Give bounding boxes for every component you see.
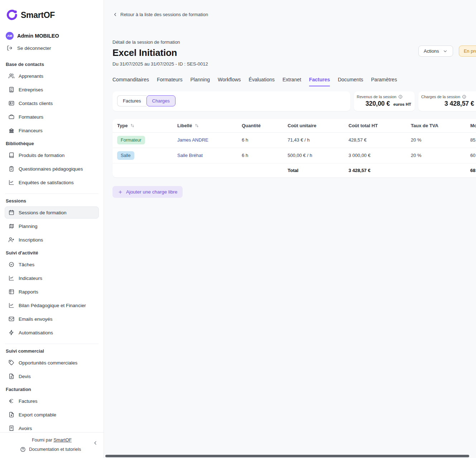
app-root: SmartOF AM Admin MOBILEO Se déconnecter … <box>0 0 476 458</box>
sidebar-item-entreprises[interactable]: Entreprises <box>5 84 99 96</box>
sidebar-item-label: Devis <box>19 374 31 379</box>
tab-factures[interactable]: Factures <box>309 77 330 86</box>
sidebar-nav: Base de contactsApprenantsEntreprisesCon… <box>0 51 104 434</box>
sidebar-item-enquetes-de-satisfactions[interactable]: Enquêtes de satisfactions <box>5 176 99 189</box>
column-label: Coût total HT <box>348 123 378 128</box>
sidebar-item-contacts-clients[interactable]: Contacts clients <box>5 97 99 109</box>
toggle-charges-button[interactable]: Charges <box>146 95 176 106</box>
sidebar-item-emails-envoyes[interactable]: Emails envoyés <box>5 313 99 325</box>
sidebar-item-label: Export comptable <box>19 412 56 418</box>
sidebar-item-label: Produits de formation <box>19 153 64 158</box>
tab-planning[interactable]: Planning <box>191 77 210 86</box>
sort-icon[interactable] <box>130 123 135 128</box>
view-toggle-card: FacturesCharges <box>112 91 350 111</box>
sidebar-item-rapports[interactable]: Rapports <box>5 286 99 298</box>
tva-cell: 20 % <box>406 148 466 163</box>
sidebar-item-export-comptable[interactable]: Export comptable <box>5 409 99 421</box>
chart-line-icon <box>9 302 14 308</box>
tab-commanditaires[interactable]: Commanditaires <box>112 77 149 86</box>
header-actions: Actions En projet <box>418 46 476 57</box>
back-link[interactable]: Retour à la liste des sessions de format… <box>112 12 208 17</box>
sidebar-item-automatisations[interactable]: Automatisations <box>5 326 99 339</box>
sidebar-item-indicateurs[interactable]: Indicateurs <box>5 272 99 284</box>
collapse-sidebar-icon[interactable] <box>92 440 98 446</box>
page-header: Détail de la session de formation Excel … <box>112 39 476 67</box>
quantite-cell: 6 h <box>237 148 283 163</box>
euro-icon <box>9 398 14 404</box>
sidebar-item-opportunites-commerciales[interactable]: Opportunités commerciales <box>5 357 99 369</box>
sidebar-item-label: Apprenants <box>19 73 43 79</box>
logout-icon <box>7 45 13 51</box>
status-badge[interactable]: En projet <box>459 46 476 57</box>
sidebar-item-formateurs[interactable]: Formateurs <box>5 111 99 123</box>
users-icon <box>9 73 14 79</box>
mail-icon <box>9 316 14 322</box>
sidebar-item-produits-de-formation[interactable]: Produits de formation <box>5 149 99 161</box>
cout-total-cell: 3 000,00 € <box>344 148 406 163</box>
sort-icon[interactable] <box>194 123 199 128</box>
sidebar-item-label: Contacts clients <box>19 101 53 106</box>
back-link-label: Retour à la liste des sessions de format… <box>120 12 208 17</box>
grid-icon <box>9 289 14 295</box>
id-card-icon <box>9 100 14 106</box>
documentation-link[interactable]: Documentation et tutoriels <box>20 447 104 452</box>
column-label: Libellé <box>177 123 192 128</box>
tab-extranet[interactable]: Extranet <box>283 77 301 86</box>
sidebar-item-label: Formateurs <box>19 114 43 120</box>
sidebar-item-questionnaires-pedagogiques[interactable]: Questionnaires pédagogiques <box>5 163 99 175</box>
toggle-label: Factures <box>123 98 141 104</box>
tab-workflows[interactable]: Workflows <box>218 77 241 86</box>
sidebar-item-factures[interactable]: Factures <box>5 395 99 407</box>
column-header-cout-unitaire: Coût unitaire <box>283 119 344 132</box>
tab-label: Commanditaires <box>112 77 149 82</box>
tab-label: Planning <box>191 77 210 82</box>
libelle-link[interactable]: Salle Bréhat <box>177 153 203 158</box>
tab-label: Workflows <box>218 77 241 82</box>
total-label: Total <box>283 163 344 177</box>
column-header-type[interactable]: Type <box>112 119 173 132</box>
sidebar-item-financeurs[interactable]: Financeurs <box>5 124 99 137</box>
docs-label: Documentation et tutoriels <box>29 447 81 452</box>
smartof-link[interactable]: SmartOF <box>53 438 72 443</box>
libelle-link[interactable]: James ANDRE <box>177 137 208 143</box>
type-badge: Formateur <box>117 136 145 144</box>
tab-label: Paramètres <box>371 77 397 82</box>
stat-label: Revenus de la session <box>357 95 396 99</box>
user-name: Admin MOBILEO <box>17 33 59 39</box>
info-icon[interactable] <box>462 95 466 99</box>
add-charge-button[interactable]: Ajouter une charge libre <box>112 186 183 198</box>
column-label: Coût unitaire <box>288 123 316 128</box>
info-icon[interactable] <box>398 95 403 99</box>
chart-line-icon <box>9 275 14 281</box>
horizontal-scrollbar[interactable] <box>105 455 469 457</box>
sidebar-item-label: Sessions de formation <box>19 210 67 215</box>
sidebar-item-label: Indicateurs <box>19 276 42 281</box>
toggle-factures-button[interactable]: Factures <box>117 95 146 106</box>
file-text-icon <box>9 373 14 379</box>
sidebar-item-inscriptions[interactable]: Inscriptions <box>5 234 99 246</box>
tab-evaluations[interactable]: Évaluations <box>249 77 274 86</box>
stat-card-charges: Charges de la session 3 428,57 € euros H… <box>418 91 476 111</box>
column-header-libelle[interactable]: Libellé <box>173 119 237 132</box>
sidebar-item-label: Inscriptions <box>19 237 43 243</box>
montant-cell: 60 <box>466 148 476 163</box>
sidebar-item-planning[interactable]: Planning <box>5 220 99 232</box>
tab-formateurs[interactable]: Formateurs <box>157 77 183 86</box>
sidebar-item-label: Tâches <box>19 262 34 267</box>
sidebar-item-devis[interactable]: Devis <box>5 370 99 382</box>
tab-documents[interactable]: Documents <box>338 77 363 86</box>
stat-unit: euros HT <box>393 102 411 106</box>
type-badge: Salle <box>117 151 134 160</box>
page-subtitle: Du 31/07/2025 au 31/07/2025 - ID : SES-0… <box>112 61 476 67</box>
sidebar-item-bilan-pedagogique-et-financier[interactable]: Bilan Pédagogique et Financier <box>5 299 99 311</box>
sidebar-item-label: Rapports <box>19 289 38 295</box>
sidebar-item-sessions-de-formation[interactable]: Sessions de formation <box>5 206 99 219</box>
sidebar-item-apprenants[interactable]: Apprenants <box>5 70 99 82</box>
column-header-cout-total-ht: Coût total HT <box>344 119 406 132</box>
column-header-mo: Mo <box>466 119 476 132</box>
actions-button[interactable]: Actions <box>418 46 453 57</box>
tab-parametres[interactable]: Paramètres <box>371 77 397 86</box>
sidebar-item-taches[interactable]: Tâches <box>5 258 99 271</box>
logout-button[interactable]: Se déconnecter <box>6 45 98 51</box>
charge-row: FormateurJames ANDRE6 h71,43 € / h428,57… <box>112 132 476 148</box>
